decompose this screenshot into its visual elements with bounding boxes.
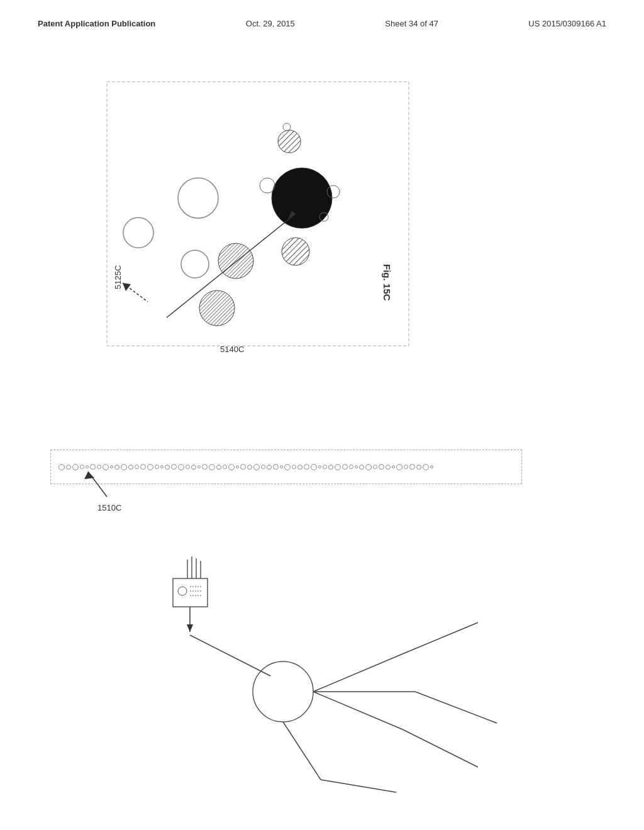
small-circle [297,465,303,470]
small-circle [292,465,296,469]
small-circle [171,464,177,470]
small-circle [228,464,235,470]
svg-point-1 [272,168,332,228]
small-circle [66,465,71,470]
svg-point-9 [218,243,253,279]
svg-point-12 [178,178,218,218]
small-circle [155,465,159,469]
small-circle [273,464,279,470]
small-circle [186,465,190,469]
small-circle [191,465,196,470]
small-circle [304,464,309,470]
small-circle [247,465,252,470]
svg-line-37 [313,654,402,692]
small-circle [359,465,364,470]
svg-line-39 [313,692,402,729]
small-circle [236,465,239,468]
small-circle [323,465,327,469]
small-circle [140,464,146,470]
small-circle [165,465,170,470]
header-patent-number: US 2015/0309166 A1 [528,19,606,28]
small-circle [423,464,429,470]
svg-marker-18 [123,283,131,291]
svg-line-44 [321,780,396,792]
svg-text:5125C: 5125C [113,265,123,289]
small-circle [209,464,215,470]
small-circle [128,465,133,470]
small-circle [365,464,372,470]
small-circle [267,465,272,470]
small-circle [335,464,341,470]
small-circle [379,464,384,470]
small-circle [197,465,201,468]
small-circle [284,464,291,470]
small-circle [253,464,260,470]
svg-line-41 [415,692,497,723]
svg-point-14 [199,290,235,326]
small-circle [223,465,227,469]
header-publication-type: Patent Application Publication [38,19,155,28]
svg-line-40 [402,622,478,654]
figure-15c: 5125C 5140C Fig. 15C [50,75,428,440]
small-circle [396,464,402,470]
small-circle [147,464,153,470]
small-circle [216,465,221,470]
small-circle [328,465,333,470]
small-circle [342,464,348,470]
svg-rect-0 [107,82,409,346]
small-circle [311,464,317,470]
header-date: Oct. 29, 2015 [246,19,295,28]
small-circle [386,465,391,470]
small-circle [135,465,139,469]
label-1510c: 1510C [97,503,121,512]
bottom-diagram [50,541,528,805]
svg-point-10 [282,238,309,265]
small-circle [280,465,283,468]
small-circle [430,465,433,468]
svg-point-13 [123,218,153,248]
small-circle [178,464,184,470]
svg-line-43 [283,722,321,780]
small-circle [373,465,377,469]
svg-point-7 [260,178,275,193]
small-circle [58,464,65,470]
header-sheet: Sheet 34 of 47 [385,19,438,28]
small-circle [355,465,358,468]
small-circle [392,465,395,468]
small-circle [404,465,408,469]
page-header: Patent Application Publication Oct. 29, … [0,0,644,35]
small-circle [202,464,208,470]
small-circle [409,464,415,470]
svg-marker-34 [187,624,193,632]
small-circle [261,465,265,469]
svg-text:5140C: 5140C [220,345,244,354]
svg-point-11 [181,250,209,278]
small-circle [349,465,353,469]
small-circle [318,465,321,468]
svg-text:Fig. 15C: Fig. 15C [382,264,392,301]
small-circle [416,465,421,470]
small-circle [240,464,246,470]
svg-line-36 [190,635,270,676]
small-circle [160,465,164,468]
svg-point-35 [253,661,313,722]
svg-point-25 [178,587,187,595]
svg-point-5 [283,123,291,131]
svg-point-4 [278,130,301,153]
arrow-1510c [75,465,126,503]
svg-line-42 [402,729,478,767]
